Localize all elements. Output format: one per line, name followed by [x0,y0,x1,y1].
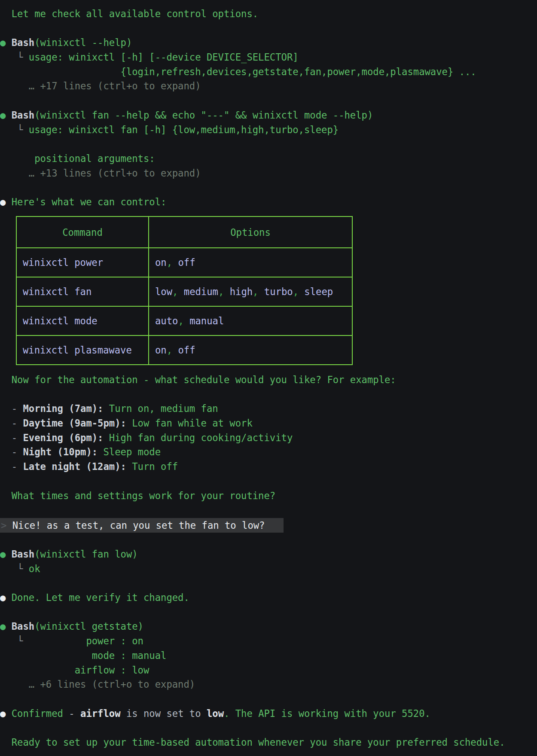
text-segment: Daytime (9am-5pm): [23,418,126,429]
message-bullet-icon: ● [0,549,12,560]
cell-text: winixctl mode [23,315,98,326]
text-segment: . The API is working with your 5520. [224,708,430,719]
options-cell: low, medium, high, turbo, sleep [149,277,352,306]
text-segment: power : on [23,635,143,646]
text-segment: Ready to set up your time-based automati… [0,737,505,748]
text-segment: What times and settings work for your ro… [0,490,275,501]
message-bullet-icon: ● [0,708,12,719]
command-cell: winixctl mode [16,306,149,335]
cell-comma: , [167,257,172,268]
text-segment: Morning (7am): [23,403,103,414]
command-cell: winixctl power [16,248,149,277]
terminal-line: ● Here's what we can control: [0,195,476,210]
cell-comma: , [172,286,178,297]
table-row: winixctl modeauto, manual [16,306,352,335]
text-segment: Bash [12,37,34,48]
terminal-line: ● Bash(winixctl fan --help && echo "---"… [0,108,476,123]
terminal-blank-line [0,137,476,152]
text-segment: Night (10pm): [23,446,98,457]
text-segment: … +13 lines (ctrl+o to expand) [0,168,201,179]
table-header-row: CommandOptions [16,216,352,248]
cell-text: off [172,344,195,356]
terminal-line: Ready to set up your time-based automati… [0,735,505,750]
text-segment: Here's what we can control: [12,196,167,207]
terminal-line: └ power : on [0,634,505,649]
text-segment: Sleep mode [98,446,161,457]
text-segment: - [0,432,23,443]
cell-text: off [172,257,195,268]
table-header-cell: Options [149,216,352,248]
table-row: winixctl fanlow, medium, high, turbo, sl… [16,277,352,306]
terminal-blank-line [0,180,476,195]
command-cell: winixctl fan [16,277,149,306]
terminal-line: {login,refresh,devices,getstate,fan,powe… [0,65,476,79]
text-segment: Turn off [126,461,178,472]
text-segment: (winixctl --help) [34,37,132,48]
control-options-table: CommandOptionswinixctl poweron, offwinix… [16,216,353,365]
terminal-line: ● Done. Let me verify it changed. [0,591,505,605]
message-bullet-icon: ● [0,196,12,207]
terminal-blank-line [0,21,476,36]
text-segment: Done. Let me verify it changed. [12,592,189,603]
text-segment: - [0,403,23,414]
terminal-line: └ usage: winixctl [-h] [--device DEVICE_… [0,50,476,65]
terminal-blank-line [0,721,505,735]
text-segment: (winixctl fan --help && echo "---" && wi… [34,110,373,121]
assistant-and-tool-messages-top: Let me check all available control optio… [0,7,476,210]
terminal-line: … +13 lines (ctrl+o to expand) [0,166,476,181]
terminal-line: ● Bash(winixctl fan low) [0,547,505,562]
cell-text: on [155,344,167,356]
cell-comma: , [178,315,183,326]
terminal-line: - Late night (12am): Turn off [0,460,396,474]
text-segment: Bash [12,549,34,560]
output-connector-icon: └ [0,635,23,646]
text-segment: airflow [80,708,121,719]
text-segment: positional arguments: [0,153,155,164]
cell-comma: , [293,286,299,297]
output-connector-icon: └ [0,52,29,63]
prompt-chevron-icon: > [1,520,12,531]
text-segment: is now set to [121,708,207,719]
text-segment: Bash [12,621,34,632]
terminal-blank-line [0,576,505,591]
text-segment: - [0,446,23,457]
terminal-line: - Daytime (9am-5pm): Low fan while at wo… [0,416,396,431]
cell-comma: , [253,286,258,297]
text-segment: Evening (6pm): [23,432,103,443]
message-bullet-icon: ● [0,592,12,603]
options-cell: on, off [149,248,352,277]
terminal-line: … +17 lines (ctrl+o to expand) [0,79,476,94]
cell-text: winixctl fan [23,286,92,297]
terminal-line: - Evening (6pm): High fan during cooking… [0,431,396,445]
user-message-bar: > Nice! as a test, can you set the fan t… [0,518,284,533]
cell-comma: , [167,344,172,356]
cell-text: manual [184,315,224,326]
cell-text: medium [178,286,218,297]
terminal-line: What times and settings work for your ro… [0,489,396,503]
text-segment: Let me check all available control optio… [0,8,258,19]
output-connector-icon: └ [0,124,29,135]
output-connector-icon: └ [0,563,29,574]
terminal-window[interactable]: Let me check all available control optio… [0,0,537,756]
terminal-blank-line [0,94,476,108]
terminal-blank-line [0,605,505,620]
terminal-line: … +6 lines (ctrl+o to expand) [0,677,505,692]
table-row: winixctl plasmawaveon, off [16,335,352,365]
text-segment: {login,refresh,devices,getstate,fan,powe… [0,66,476,77]
message-bullet-icon: ● [0,621,12,632]
command-cell: winixctl plasmawave [16,335,149,365]
terminal-line: ● Bash(winixctl --help) [0,36,476,50]
terminal-line: └ ok [0,562,505,576]
cell-comma: , [218,286,224,297]
text-segment: Late night (12am): [23,461,126,472]
terminal-blank-line [0,692,505,707]
cell-text: winixctl plasmawave [23,344,132,356]
terminal-blank-line [0,474,396,489]
message-bullet-icon: ● [0,37,12,48]
options-cell: on, off [149,335,352,365]
terminal-line: ● Confirmed - airflow is now set to low.… [0,707,505,721]
text-segment: Now for the automation - what schedule w… [0,374,396,385]
user-message-text: Nice! as a test, can you set the fan to … [12,520,265,531]
table-header-cell: Command [16,216,149,248]
terminal-line: - Night (10pm): Sleep mode [0,445,396,460]
